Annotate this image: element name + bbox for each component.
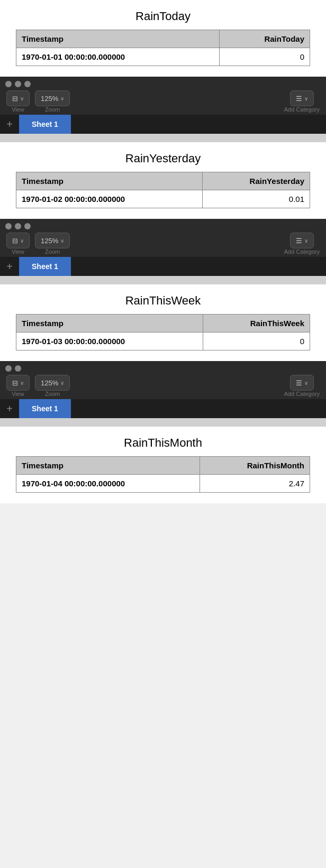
zoom-button-3[interactable]: 125% ∨ — [35, 375, 70, 391]
title-rain-this-month: RainThisMonth — [0, 427, 326, 456]
col-header-rainthismonth: RainThisMonth — [200, 457, 310, 475]
section-rain-today: RainToday Timestamp RainToday 1970-01-01… — [0, 0, 326, 77]
zoom-button-2[interactable]: 125% ∨ — [35, 233, 70, 248]
table-row: 1970-01-03 00:00:00.000000 0 — [16, 333, 310, 350]
traffic-light-red-1[interactable] — [5, 81, 12, 87]
separator-3 — [0, 418, 326, 427]
add-category-icon-3: ☰ — [296, 379, 302, 387]
cell-value-2: 0.01 — [203, 190, 310, 208]
cell-timestamp-3: 1970-01-03 00:00:00.000000 — [16, 333, 203, 350]
sheet-tab-2[interactable]: Sheet 1 — [19, 257, 71, 276]
zoom-label-1: Zoom — [45, 106, 60, 115]
zoom-button-1[interactable]: 125% ∨ — [35, 90, 70, 106]
tabs-bar-2: + Sheet 1 — [0, 257, 326, 276]
col-header-timestamp-1: Timestamp — [16, 30, 220, 48]
add-category-button-1[interactable]: ☰ ∨ — [290, 90, 314, 106]
cell-value-4: 2.47 — [200, 475, 310, 493]
table-rain-today: Timestamp RainToday 1970-01-01 00:00:00.… — [16, 30, 310, 66]
zoom-chevron-3: ∨ — [60, 380, 64, 386]
window-chrome-2: ⊟ ∨ View 125% ∨ Zoom ☰ ∨ Add Category — [0, 219, 326, 276]
view-icon-1: ⊟ — [12, 95, 18, 103]
add-sheet-button-2[interactable]: + — [0, 257, 19, 276]
col-header-rainyesterday: RainYesterday — [203, 172, 310, 190]
add-category-chevron-2: ∨ — [304, 238, 308, 244]
app-container: RainToday Timestamp RainToday 1970-01-01… — [0, 0, 326, 503]
traffic-lights-1 — [0, 77, 326, 89]
view-icon-2: ⊟ — [12, 237, 18, 245]
traffic-lights-3 — [0, 361, 326, 374]
col-header-timestamp-4: Timestamp — [16, 457, 200, 475]
toolbar-2: ⊟ ∨ View 125% ∨ Zoom ☰ ∨ Add Category — [0, 232, 326, 257]
tabs-bar-1: + Sheet 1 — [0, 115, 326, 134]
zoom-group-2: 125% ∨ Zoom — [35, 233, 70, 257]
table-row: 1970-01-04 00:00:00.000000 2.47 — [16, 475, 310, 493]
traffic-light-green-1[interactable] — [24, 81, 31, 87]
cell-value-1: 0 — [219, 48, 310, 66]
sheet-tab-3[interactable]: Sheet 1 — [19, 399, 71, 418]
traffic-lights-2 — [0, 219, 326, 232]
view-label-3: View — [12, 391, 24, 399]
add-category-group-3: ☰ ∨ Add Category — [284, 375, 320, 399]
traffic-light-yellow-3[interactable] — [15, 365, 21, 372]
view-group-3: ⊟ ∨ View — [6, 375, 30, 399]
add-category-label-3: Add Category — [284, 391, 320, 399]
add-category-label-1: Add Category — [284, 106, 320, 115]
add-category-label-2: Add Category — [284, 248, 320, 257]
table-row: 1970-01-02 00:00:00.000000 0.01 — [16, 190, 310, 208]
zoom-group-3: 125% ∨ Zoom — [35, 375, 70, 399]
traffic-light-red-3[interactable] — [5, 365, 12, 372]
table-rain-this-week: Timestamp RainThisWeek 1970-01-03 00:00:… — [16, 314, 310, 350]
view-chevron-1: ∨ — [20, 96, 24, 101]
section-rain-yesterday: RainYesterday Timestamp RainYesterday 19… — [0, 142, 326, 219]
tabs-bar-3: + Sheet 1 — [0, 399, 326, 418]
zoom-label-2: Zoom — [45, 248, 60, 257]
col-header-timestamp-3: Timestamp — [16, 315, 203, 333]
view-group-2: ⊟ ∨ View — [6, 233, 30, 257]
section-rain-this-week: RainThisWeek Timestamp RainThisWeek 1970… — [0, 284, 326, 361]
table-row: 1970-01-01 00:00:00.000000 0 — [16, 48, 310, 66]
col-header-raintoday: RainToday — [219, 30, 310, 48]
toolbar-3: ⊟ ∨ View 125% ∨ Zoom ☰ ∨ Add Category — [0, 374, 326, 399]
view-button-2[interactable]: ⊟ ∨ — [6, 233, 30, 248]
add-category-group-1: ☰ ∨ Add Category — [284, 90, 320, 115]
add-category-chevron-1: ∨ — [304, 96, 308, 101]
add-category-group-2: ☰ ∨ Add Category — [284, 233, 320, 257]
title-rain-today: RainToday — [0, 0, 326, 30]
traffic-light-yellow-1[interactable] — [15, 81, 21, 87]
view-group-1: ⊟ ∨ View — [6, 90, 30, 115]
separator-2 — [0, 276, 326, 284]
traffic-light-yellow-2[interactable] — [15, 223, 21, 229]
traffic-light-green-2[interactable] — [24, 223, 31, 229]
sheet-tab-1[interactable]: Sheet 1 — [19, 115, 71, 134]
window-chrome-1: ⊟ ∨ View 125% ∨ Zoom ☰ ∨ Add Category — [0, 77, 326, 134]
view-icon-3: ⊟ — [12, 379, 18, 387]
view-chevron-2: ∨ — [20, 238, 24, 244]
view-chevron-3: ∨ — [20, 380, 24, 386]
table-rain-yesterday: Timestamp RainYesterday 1970-01-02 00:00… — [16, 172, 310, 208]
zoom-chevron-1: ∨ — [60, 96, 64, 101]
add-sheet-button-1[interactable]: + — [0, 115, 19, 134]
zoom-label-3: Zoom — [45, 391, 60, 399]
zoom-chevron-2: ∨ — [60, 238, 64, 244]
toolbar-1: ⊟ ∨ View 125% ∨ Zoom ☰ ∨ Add Category — [0, 89, 326, 115]
section-rain-this-month: RainThisMonth Timestamp RainThisMonth 19… — [0, 427, 326, 503]
traffic-light-red-2[interactable] — [5, 223, 12, 229]
cell-value-3: 0 — [203, 333, 310, 350]
separator-1 — [0, 134, 326, 142]
cell-timestamp-2: 1970-01-02 00:00:00.000000 — [16, 190, 203, 208]
title-rain-yesterday: RainYesterday — [0, 142, 326, 172]
col-header-rainthisweek: RainThisWeek — [203, 315, 310, 333]
add-category-button-2[interactable]: ☰ ∨ — [290, 233, 314, 248]
zoom-value-3: 125% — [41, 379, 58, 387]
add-category-button-3[interactable]: ☰ ∨ — [290, 375, 314, 391]
add-category-icon-1: ☰ — [296, 95, 302, 103]
add-sheet-button-3[interactable]: + — [0, 399, 19, 418]
view-button-3[interactable]: ⊟ ∨ — [6, 375, 30, 391]
window-chrome-3: ⊟ ∨ View 125% ∨ Zoom ☰ ∨ Add Category — [0, 361, 326, 418]
title-rain-this-week: RainThisWeek — [0, 284, 326, 314]
zoom-value-1: 125% — [41, 95, 58, 103]
view-button-1[interactable]: ⊟ ∨ — [6, 90, 30, 106]
zoom-value-2: 125% — [41, 237, 58, 245]
cell-timestamp-1: 1970-01-01 00:00:00.000000 — [16, 48, 220, 66]
cell-timestamp-4: 1970-01-04 00:00:00.000000 — [16, 475, 200, 493]
